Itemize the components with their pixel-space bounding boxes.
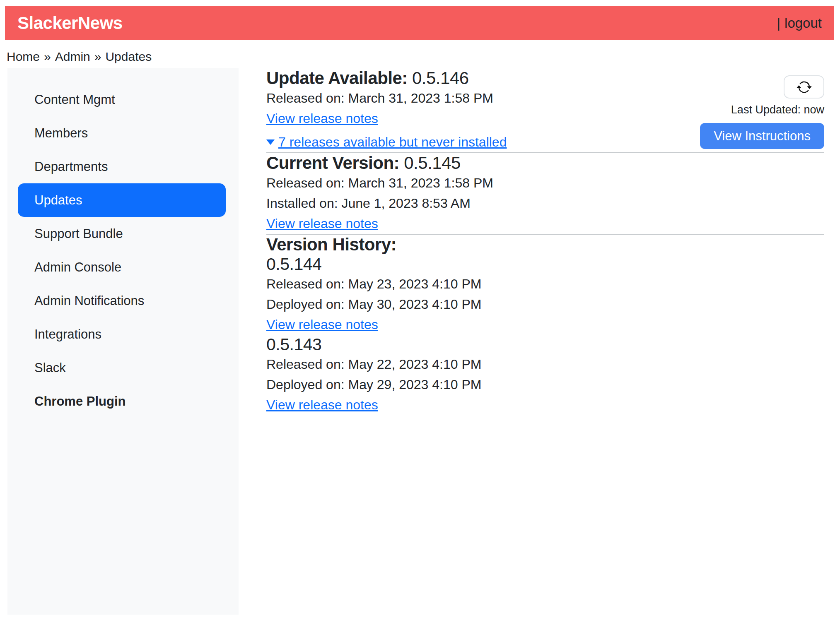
sidebar-item-label: Admin Console — [34, 260, 121, 275]
view-instructions-button[interactable]: View Instructions — [700, 123, 824, 149]
current-version-label: Current Version: — [266, 153, 399, 173]
sidebar-item-integrations[interactable]: Integrations — [18, 317, 226, 351]
current-version-heading: Current Version: 0.5.145 — [266, 153, 824, 173]
update-available-heading: Update Available: 0.5.146 — [266, 68, 507, 88]
history-released-on: Released on: May 23, 2023 4:10 PM — [266, 274, 824, 294]
version-history-section: Version History: 0.5.144 Released on: Ma… — [266, 235, 824, 415]
release-notes-link[interactable]: View release notes — [266, 216, 378, 231]
current-released-on: Released on: March 31, 2023 1:58 PM — [266, 173, 824, 193]
breadcrumb: Home»Admin»Updates — [7, 50, 152, 64]
page: SlackerNews | logout Home»Admin»Updates … — [0, 0, 840, 625]
update-available-version: 0.5.146 — [412, 68, 469, 88]
sidebar-item-label: Support Bundle — [34, 226, 123, 241]
history-deployed-on: Deployed on: May 29, 2023 4:10 PM — [266, 375, 824, 395]
caret-down-icon — [266, 139, 275, 145]
logout-link[interactable]: logout — [784, 15, 822, 31]
breadcrumb-current-updates: Updates — [105, 50, 152, 63]
version-history-entry: 0.5.143 Released on: May 22, 2023 4:10 P… — [266, 335, 824, 415]
sidebar-item-label: Admin Notifications — [34, 293, 144, 308]
history-released-on: Released on: May 22, 2023 4:10 PM — [266, 354, 824, 375]
arrow-repeat-icon — [797, 79, 812, 95]
last-updated-text: Last Updated: now — [731, 103, 824, 116]
sidebar-item-content-mgmt[interactable]: Content Mgmt — [18, 83, 226, 116]
main-content: Update Available: 0.5.146 Released on: M… — [266, 68, 824, 415]
breadcrumb-separator: » — [44, 50, 51, 63]
breadcrumb-separator: » — [94, 50, 101, 63]
sidebar-item-label: Departments — [34, 159, 108, 174]
sidebar-item-label: Slack — [34, 361, 66, 375]
sidebar-item-label: Content Mgmt — [34, 92, 115, 107]
update-released-on: Released on: March 31, 2023 1:58 PM — [266, 88, 507, 108]
sidebar-item-updates[interactable]: Updates — [18, 183, 226, 217]
release-notes-link[interactable]: View release notes — [266, 397, 378, 412]
admin-sidebar: Content Mgmt Members Departments Updates… — [7, 68, 239, 615]
history-deployed-on: Deployed on: May 30, 2023 4:10 PM — [266, 294, 824, 315]
sidebar-item-slack[interactable]: Slack — [18, 351, 226, 385]
current-version-number: 0.5.145 — [404, 153, 461, 173]
sidebar-item-members[interactable]: Members — [18, 116, 226, 150]
sidebar-item-support-bundle[interactable]: Support Bundle — [18, 217, 226, 250]
sidebar-menu: Content Mgmt Members Departments Updates… — [18, 83, 226, 418]
sidebar-item-label: Integrations — [34, 327, 101, 342]
never-installed-row: 7 releases available but never installed — [266, 132, 507, 152]
current-installed-on: Installed on: June 1, 2023 8:53 AM — [266, 193, 824, 214]
app-title[interactable]: SlackerNews — [17, 13, 123, 33]
logout-separator: | — [777, 15, 781, 31]
sidebar-item-admin-console[interactable]: Admin Console — [18, 250, 226, 284]
logout-area: | logout — [777, 15, 822, 31]
refresh-button[interactable] — [784, 75, 824, 99]
current-version-section: Current Version: 0.5.145 Released on: Ma… — [266, 153, 824, 234]
release-notes-link[interactable]: View release notes — [266, 317, 378, 332]
version-history-heading: Version History: — [266, 235, 824, 255]
version-history-entry: 0.5.144 Released on: May 23, 2023 4:10 P… — [266, 255, 824, 335]
update-available-info: Update Available: 0.5.146 Released on: M… — [266, 68, 507, 152]
sidebar-item-chrome-plugin[interactable]: Chrome Plugin — [18, 385, 226, 418]
update-actions: Last Updated: now View Instructions — [700, 68, 824, 149]
sidebar-item-departments[interactable]: Departments — [18, 150, 226, 183]
history-version-number: 0.5.144 — [266, 255, 824, 274]
sidebar-item-label: Members — [34, 126, 88, 141]
breadcrumb-home[interactable]: Home — [7, 50, 40, 63]
history-version-number: 0.5.143 — [266, 335, 824, 354]
top-navbar: SlackerNews | logout — [5, 6, 834, 40]
sidebar-item-label: Chrome Plugin — [34, 394, 126, 409]
sidebar-item-label: Updates — [34, 193, 82, 208]
sidebar-item-admin-notifications[interactable]: Admin Notifications — [18, 284, 226, 317]
update-available-label: Update Available: — [266, 68, 408, 88]
breadcrumb-admin[interactable]: Admin — [55, 50, 90, 63]
never-installed-link[interactable]: 7 releases available but never installed — [278, 132, 507, 152]
update-available-section: Update Available: 0.5.146 Released on: M… — [266, 68, 824, 152]
release-notes-link[interactable]: View release notes — [266, 111, 378, 126]
